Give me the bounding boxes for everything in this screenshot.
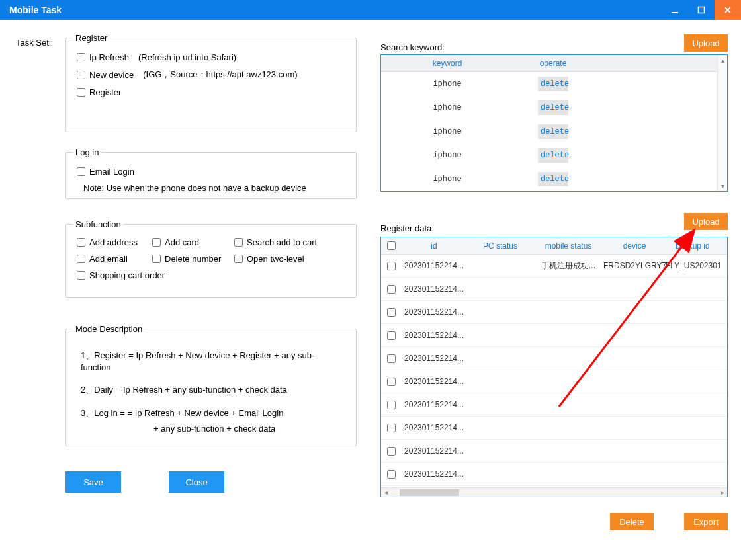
row-checkbox[interactable] xyxy=(387,354,396,363)
register-row: 202301152214...手机注册成功...FRDSD2YLGRY7FLY_… xyxy=(381,255,727,278)
scroll-left-icon[interactable]: ◂ xyxy=(381,489,390,496)
row-checkbox[interactable] xyxy=(387,470,396,479)
row-checkbox[interactable] xyxy=(387,401,396,409)
shopping-cart-order-checkbox[interactable] xyxy=(77,271,85,280)
keyword-scrollbar[interactable]: ▴ ▾ xyxy=(717,55,727,191)
keyword-row: iphonedelete xyxy=(381,96,727,120)
add-address-checkbox[interactable] xyxy=(77,238,85,247)
scroll-thumb[interactable] xyxy=(400,489,459,496)
close-button[interactable]: Close xyxy=(169,471,224,493)
keyword-delete-button[interactable]: delete xyxy=(538,100,568,115)
row-checkbox[interactable] xyxy=(387,285,396,294)
cell-id: 202301152214... xyxy=(401,377,467,386)
search-keyword-table: keyword operate iphonedeleteiphonedelete… xyxy=(380,54,728,192)
scroll-right-icon[interactable]: ▸ xyxy=(718,489,727,496)
keyword-row: iphonedelete xyxy=(381,72,727,96)
subfunction-group: Subfunction Add address Add card Search … xyxy=(65,220,357,298)
row-checkbox[interactable] xyxy=(387,262,396,270)
mode-line-3b: + any sub-function + check data xyxy=(153,423,344,435)
login-group: Log in Email Login Note: Use when the ph… xyxy=(65,147,357,199)
keyword-cell: iphone xyxy=(381,79,513,89)
register-legend: Register xyxy=(73,33,110,43)
search-add-to-cart-checkbox[interactable] xyxy=(234,238,243,247)
keyword-row: iphonedelete xyxy=(381,167,727,191)
email-login-label: Email Login xyxy=(89,167,134,177)
close-window-button[interactable] xyxy=(715,0,741,20)
ip-refresh-checkbox[interactable] xyxy=(77,53,85,61)
delete-number-label: Delete number xyxy=(165,254,221,264)
search-add-to-cart-label: Search add to cart xyxy=(247,237,317,247)
row-checkbox[interactable] xyxy=(387,424,396,432)
delete-number-checkbox[interactable] xyxy=(152,255,161,263)
keyword-cell: iphone xyxy=(381,127,513,136)
keyword-delete-button[interactable]: delete xyxy=(538,148,568,163)
subfunction-legend: Subfunction xyxy=(73,220,124,229)
register-data-label: Register data: xyxy=(380,223,434,233)
email-login-checkbox[interactable] xyxy=(77,167,85,176)
upload-register-button[interactable]: Upload xyxy=(684,213,728,230)
select-all-checkbox[interactable] xyxy=(387,241,396,250)
register-row: 202301152214... xyxy=(381,370,727,393)
search-keyword-header: keyword operate xyxy=(381,55,727,72)
register-row: 202301152214... xyxy=(381,393,727,417)
mode-line-2: 2、Daily = Ip Refresh + any sub-function … xyxy=(81,384,344,396)
add-email-checkbox[interactable] xyxy=(77,255,85,263)
col-id[interactable]: id xyxy=(401,241,467,251)
new-device-checkbox[interactable] xyxy=(77,71,85,79)
register-row: 202301152214... xyxy=(381,278,727,301)
cell-mobile: 手机注册成功... xyxy=(533,260,603,272)
svg-rect-0 xyxy=(672,12,678,13)
row-checkbox[interactable] xyxy=(387,378,396,386)
keyword-cell: iphone xyxy=(381,103,513,112)
window-title: Mobile Task xyxy=(9,5,62,15)
export-button[interactable]: Export xyxy=(684,513,728,530)
cell-id: 202301152214... xyxy=(401,423,467,432)
task-set-label: Task Set: xyxy=(16,38,51,48)
register-row: 202301152214... xyxy=(381,417,727,440)
ip-refresh-label: Ip Refresh xyxy=(89,52,129,62)
keyword-row: iphonedelete xyxy=(381,143,727,167)
keyword-delete-button[interactable]: delete xyxy=(538,77,568,91)
mode-description-group: Mode Description 1、Register = Ip Refresh… xyxy=(65,324,357,446)
cell-id: 202301152214... xyxy=(401,354,467,363)
cell-id: 202301152214... xyxy=(401,284,467,294)
open-two-level-checkbox[interactable] xyxy=(234,255,243,263)
keyword-delete-button[interactable]: delete xyxy=(538,124,568,139)
col-mobile[interactable]: mobile status xyxy=(533,241,603,251)
add-card-checkbox[interactable] xyxy=(152,238,161,247)
register-group: Register Ip Refresh (Refresh ip url into… xyxy=(65,33,357,132)
row-checkbox[interactable] xyxy=(387,308,396,317)
minimize-button[interactable] xyxy=(662,0,688,20)
keyword-delete-button[interactable]: delete xyxy=(538,172,568,186)
open-two-level-label: Open two-level xyxy=(247,254,304,264)
ip-refresh-hint: (Refresh ip url into Safari) xyxy=(138,52,236,62)
register-label: Register xyxy=(89,87,121,97)
col-operate[interactable]: operate xyxy=(513,55,593,71)
register-row: 202301152214... xyxy=(381,463,727,486)
col-pc[interactable]: PC status xyxy=(467,241,533,251)
new-device-label: New device xyxy=(89,70,134,80)
upload-keyword-button[interactable]: Upload xyxy=(684,34,728,52)
scroll-up-icon[interactable]: ▴ xyxy=(718,55,727,65)
add-email-label: Add email xyxy=(89,254,128,264)
scroll-down-icon[interactable]: ▾ xyxy=(718,180,727,191)
col-backup[interactable]: backup id xyxy=(666,241,720,251)
register-row: 202301152214... xyxy=(381,301,727,324)
mode-legend: Mode Description xyxy=(73,324,145,334)
search-keyword-label: Search keyword: xyxy=(380,42,445,52)
register-data-table: id PC status mobile status device backup… xyxy=(380,237,728,497)
register-checkbox[interactable] xyxy=(77,88,85,97)
row-checkbox[interactable] xyxy=(387,447,396,456)
delete-button[interactable]: Delete xyxy=(610,513,654,530)
save-button[interactable]: Save xyxy=(65,471,121,493)
add-address-label: Add address xyxy=(89,237,138,247)
maximize-button[interactable] xyxy=(688,0,715,20)
register-hscrollbar[interactable]: ◂ ▸ xyxy=(381,487,727,497)
svg-rect-1 xyxy=(699,7,705,13)
register-row: 202301152214... xyxy=(381,347,727,370)
cell-id: 202301152214... xyxy=(401,400,467,409)
row-checkbox[interactable] xyxy=(387,331,396,340)
col-device[interactable]: device xyxy=(603,241,666,251)
col-keyword[interactable]: keyword xyxy=(381,55,513,71)
cell-id: 202301152214... xyxy=(401,307,467,317)
